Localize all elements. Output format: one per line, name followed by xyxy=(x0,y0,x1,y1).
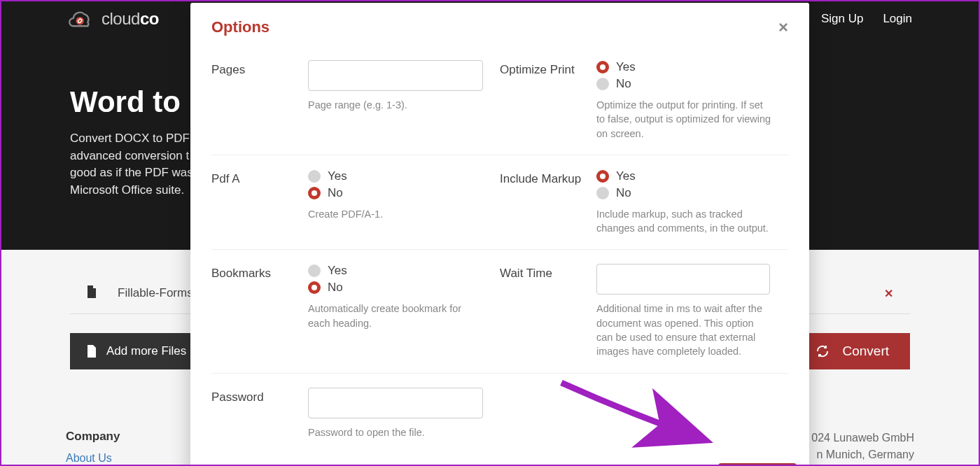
password-input[interactable] xyxy=(308,388,483,418)
nav-signup[interactable]: Sign Up xyxy=(821,12,863,26)
hint-password: Password to open the file. xyxy=(308,425,483,439)
add-more-files-button[interactable]: Add more Files xyxy=(70,333,203,369)
radio-unselected-icon xyxy=(308,170,321,183)
radio-selected-icon xyxy=(596,61,609,73)
label-wait-time: Wait Time xyxy=(500,264,584,358)
hint-bookmarks: Automatically create bookmark for each h… xyxy=(308,302,483,330)
label-password: Password xyxy=(211,388,295,439)
radio-optimize-no[interactable]: No xyxy=(596,77,788,91)
radio-unselected-icon xyxy=(308,264,321,277)
cloud-icon xyxy=(68,9,94,29)
convert-button[interactable]: Convert xyxy=(794,333,910,369)
footer-heading: Company xyxy=(66,430,120,444)
label-include-markup: Include Markup xyxy=(500,169,584,236)
radio-pdfa-yes[interactable]: Yes xyxy=(308,169,500,183)
label-pdfa: Pdf A xyxy=(211,169,295,236)
radio-unselected-icon xyxy=(596,78,609,90)
radio-markup-no[interactable]: No xyxy=(596,186,788,200)
hint-pages: Page range (e.g. 1-3). xyxy=(308,98,483,112)
modal-header: Options × xyxy=(190,3,809,46)
label-pages: Pages xyxy=(211,60,295,141)
label-bookmarks: Bookmarks xyxy=(211,264,295,358)
document-icon xyxy=(87,285,98,301)
modal-footer: Okay ▾ xyxy=(190,453,809,466)
svg-point-0 xyxy=(76,17,84,24)
radio-optimize-yes[interactable]: Yes xyxy=(596,60,788,74)
radio-markup-yes[interactable]: Yes xyxy=(596,169,788,183)
footer-column-company: Company About Us xyxy=(66,430,120,465)
radio-selected-icon xyxy=(308,281,321,294)
brand-name: cloudco xyxy=(102,9,159,29)
brand-logo[interactable]: cloudco xyxy=(68,9,159,29)
hint-optimize: Optimize the output for printing. If set… xyxy=(596,98,771,141)
footer-copyright: 024 Lunaweb GmbH n Munich, Germany xyxy=(811,430,914,465)
modal-body: Pages Page range (e.g. 1-3). Optimize Pr… xyxy=(190,46,809,453)
radio-unselected-icon xyxy=(596,187,609,199)
wait-time-input[interactable] xyxy=(596,264,770,295)
pages-input[interactable] xyxy=(308,60,483,91)
file-plus-icon xyxy=(87,345,97,358)
options-modal: Options × Pages Page range (e.g. 1-3). O… xyxy=(190,3,809,466)
radio-bookmarks-yes[interactable]: Yes xyxy=(308,264,500,278)
hint-wait: Additional time in ms to wait after the … xyxy=(596,302,771,358)
file-name: Fillable-Forms- xyxy=(118,286,197,300)
remove-file-button[interactable]: ✕ xyxy=(884,287,893,300)
header-nav: Sign Up Login xyxy=(821,12,912,26)
close-icon[interactable]: × xyxy=(778,19,788,36)
modal-title: Options xyxy=(211,18,270,36)
radio-bookmarks-no[interactable]: No xyxy=(308,281,500,295)
okay-button[interactable]: Okay ▾ xyxy=(718,463,797,466)
hint-pdfa: Create PDF/A-1. xyxy=(308,207,483,221)
nav-login[interactable]: Login xyxy=(883,12,912,26)
label-optimize-print: Optimize Print xyxy=(500,60,584,141)
hint-markup: Include markup, such as tracked changes … xyxy=(596,207,771,236)
radio-selected-icon xyxy=(596,170,609,183)
footer-link-about[interactable]: About Us xyxy=(66,452,120,465)
radio-selected-icon xyxy=(308,187,321,199)
refresh-icon xyxy=(816,344,830,358)
radio-pdfa-no[interactable]: No xyxy=(308,186,500,200)
